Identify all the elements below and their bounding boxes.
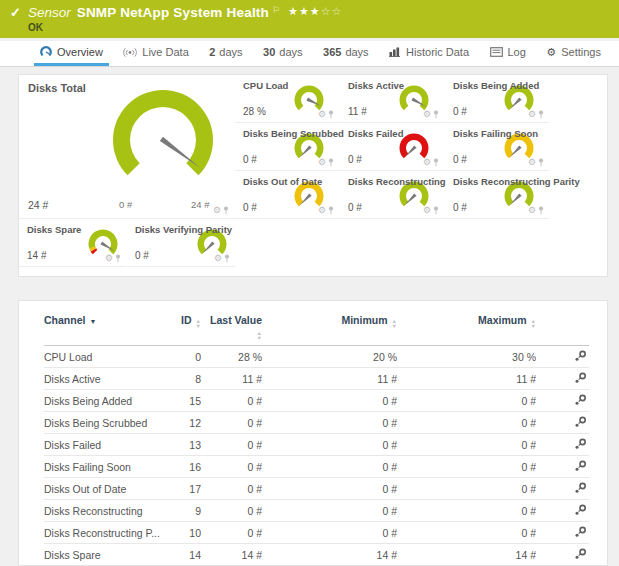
pin-icon[interactable] [538, 158, 544, 167]
column-header-channel[interactable]: Channel▼ [44, 313, 171, 346]
gauges-panel: Disks Total 0 # 24 # 24 # ⚙ CPU Load 28 … [18, 74, 608, 277]
tab-overview[interactable]: Overview [34, 41, 109, 66]
gear-icon[interactable]: ⚙ [214, 254, 222, 263]
gauge-value: 14 # [27, 250, 46, 261]
gauge-title: Disks Being Added [453, 80, 539, 91]
channel-minimum: 20 % [262, 346, 397, 368]
channel-name: Disks Active [44, 368, 171, 390]
channel-row[interactable]: Disks Being Scrubbed 12 0 # 0 # 0 # [44, 412, 589, 434]
pin-icon[interactable] [223, 206, 229, 215]
channel-settings-icon[interactable] [574, 372, 587, 384]
tab-historic-data[interactable]: Historic Data [383, 41, 475, 66]
channel-name: Disks Spare [44, 544, 171, 566]
gear-icon[interactable]: ⚙ [528, 110, 536, 119]
gear-icon[interactable]: ⚙ [423, 158, 431, 167]
channel-row[interactable]: Disks Spare 14 14 # 14 # 14 # [44, 544, 589, 566]
gear-icon[interactable]: ⚙ [105, 254, 113, 263]
channel-row[interactable]: Disks Failing Soon 16 0 # 0 # 0 # [44, 456, 589, 478]
gauge-row-bottom: Disks Spare 14 # ⚙ Disks Verifying Parit… [19, 219, 607, 267]
pin-icon[interactable] [538, 110, 544, 119]
column-header-maximum[interactable]: Maximum▲▼ [397, 313, 536, 346]
column-header-id[interactable]: ID▲▼ [171, 313, 201, 346]
gauge-tile-disks-verifying-parity[interactable]: Disks Verifying Parity 0 # ⚙ [127, 219, 235, 267]
channel-settings-icon[interactable] [574, 394, 587, 406]
channel-row[interactable]: Disks Being Added 15 0 # 0 # 0 # [44, 390, 589, 412]
channel-row[interactable]: Disks Reconstructing 9 0 # 0 # 0 # [44, 500, 589, 522]
channel-last-value: 0 # [201, 500, 262, 522]
channel-settings-icon[interactable] [574, 460, 587, 472]
channel-minimum: 0 # [262, 522, 397, 544]
gauge-tile-disks-being-added[interactable]: Disks Being Added 0 # ⚙ [445, 75, 549, 123]
tab-live-data[interactable]: Live Data [117, 41, 194, 66]
pin-icon[interactable] [115, 254, 121, 263]
pin-icon[interactable] [328, 110, 334, 119]
gauge-tile-disks-out-of-date[interactable]: Disks Out of Date 0 # ⚙ [235, 171, 339, 219]
channel-settings-icon[interactable] [574, 548, 587, 560]
gauge-icon [40, 46, 52, 58]
tab-settings[interactable]: ⚙ Settings [540, 41, 607, 66]
channel-last-value: 0 # [201, 434, 262, 456]
gauge-tile-disks-reconstructing-parity[interactable]: Disks Reconstructing Parity 0 # ⚙ [445, 171, 549, 219]
priority-flag-icon[interactable]: ⚐ [272, 5, 280, 15]
gauge-tile-cpu-load[interactable]: CPU Load 28 % ⚙ [235, 75, 339, 123]
star-filled-icon[interactable]: ★ [310, 5, 321, 17]
gauge-tile-disks-failed[interactable]: Disks Failed 0 # ⚙ [340, 123, 444, 171]
channel-settings-icon[interactable] [574, 438, 587, 450]
gauge-tile-disks-total[interactable]: Disks Total 0 # 24 # 24 # ⚙ [19, 75, 234, 219]
channel-name: CPU Load [44, 346, 171, 368]
tab-log[interactable]: Log [484, 41, 532, 66]
gauge-tile-disks-failing-soon[interactable]: Disks Failing Soon 0 # ⚙ [445, 123, 549, 171]
sort-desc-icon: ▼ [89, 318, 96, 325]
channel-name: Disks Failing Soon [44, 456, 171, 478]
pin-icon[interactable] [433, 110, 439, 119]
gauge-tile-disks-being-scrubbed[interactable]: Disks Being Scrubbed 0 # ⚙ [235, 123, 339, 171]
gear-icon[interactable]: ⚙ [318, 206, 326, 215]
channel-settings-icon[interactable] [574, 504, 587, 516]
star-empty-icon[interactable]: ☆ [332, 5, 343, 17]
gear-icon[interactable]: ⚙ [528, 206, 536, 215]
pin-icon[interactable] [433, 206, 439, 215]
gear-icon[interactable]: ⚙ [318, 158, 326, 167]
star-filled-icon[interactable]: ★ [299, 5, 310, 17]
tab-2-days[interactable]: 2 days [203, 41, 248, 66]
channel-row[interactable]: Disks Out of Date 17 0 # 0 # 0 # [44, 478, 589, 500]
pin-icon[interactable] [538, 206, 544, 215]
sensor-header: ✓ Sensor SNMP NetApp System Health ⚐ ★★★… [0, 0, 619, 38]
tab-365-days[interactable]: 365 days [317, 41, 375, 66]
channel-id: 10 [171, 522, 201, 544]
gauge-tile-disks-spare[interactable]: Disks Spare 14 # ⚙ [19, 219, 126, 267]
channel-row[interactable]: CPU Load 0 28 % 20 % 30 % [44, 346, 589, 368]
object-kind-label: Sensor [28, 5, 71, 20]
channel-last-value: 14 # [201, 544, 262, 566]
pin-icon[interactable] [328, 158, 334, 167]
column-header-last-value[interactable]: Last Value▲▼ [201, 313, 262, 346]
column-header-minimum[interactable]: Minimum▲▼ [262, 313, 397, 346]
pin-icon[interactable] [328, 206, 334, 215]
star-filled-icon[interactable]: ★ [288, 5, 299, 17]
channel-settings-icon[interactable] [574, 526, 587, 538]
pin-icon[interactable] [224, 254, 230, 263]
gauge-tile-disks-active[interactable]: Disks Active 11 # ⚙ [340, 75, 444, 123]
gear-icon[interactable]: ⚙ [213, 206, 221, 215]
gauge-title: Disks Total [28, 82, 86, 94]
gauge-tile-disks-reconstructing[interactable]: Disks Reconstructing 0 # ⚙ [340, 171, 444, 219]
log-icon [490, 47, 503, 57]
gear-icon[interactable]: ⚙ [318, 110, 326, 119]
gear-icon[interactable]: ⚙ [528, 158, 536, 167]
priority-star-rating[interactable]: ★★★☆☆ [288, 5, 342, 18]
star-empty-icon[interactable]: ☆ [321, 5, 332, 17]
channel-settings-icon[interactable] [574, 350, 587, 362]
gauge-title: Disks Reconstructing Parity [453, 176, 580, 187]
gear-icon[interactable]: ⚙ [423, 206, 431, 215]
channel-settings-icon[interactable] [574, 416, 587, 428]
channel-settings-icon[interactable] [574, 482, 587, 494]
pin-icon[interactable] [433, 158, 439, 167]
channel-row[interactable]: Disks Active 8 11 # 11 # 11 # [44, 368, 589, 390]
status-badge: OK [28, 22, 43, 33]
gear-icon[interactable]: ⚙ [423, 110, 431, 119]
channel-row[interactable]: Disks Reconstructing P... 10 0 # 0 # 0 # [44, 522, 589, 544]
channel-last-value: 0 # [201, 478, 262, 500]
tab-30-days[interactable]: 30 days [257, 41, 309, 66]
channel-row[interactable]: Disks Failed 13 0 # 0 # 0 # [44, 434, 589, 456]
channel-id: 17 [171, 478, 201, 500]
